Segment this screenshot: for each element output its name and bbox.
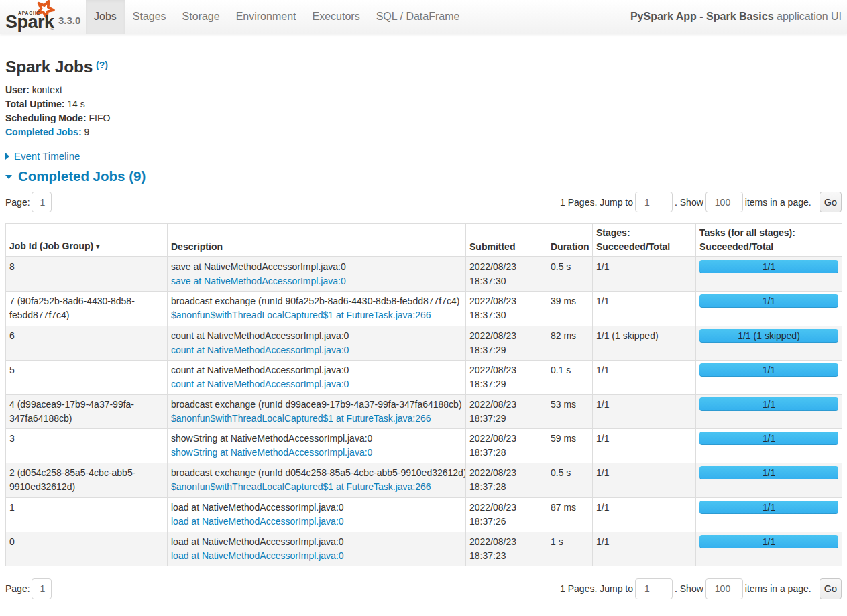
description-cell: count at NativeMethodAccessorImpl.java:0… <box>168 360 466 394</box>
stages-cell: 1/1 <box>593 257 696 292</box>
submitted-date: 2022/08/23 <box>469 397 543 412</box>
completed-jobs-link[interactable]: Completed Jobs: <box>5 127 82 137</box>
description-cell: save at NativeMethodAccessorImpl.java:0 … <box>168 257 466 292</box>
header-tasks[interactable]: Tasks (for all stages): Succeeded/Total <box>696 224 842 257</box>
job-row: 2 (d054c258-85a5-4cbc-abb5-9910ed32612d)… <box>6 463 842 497</box>
description-text: broadcast exchange (runId 90fa252b-8ad6-… <box>171 294 462 308</box>
tab-sql-dataframe[interactable]: SQL / DataFrame <box>368 0 468 34</box>
tasks-cell: 1/1 (1 skipped) <box>696 326 842 360</box>
job-row: 3 showString at NativeMethodAccessorImpl… <box>6 429 842 463</box>
header-stages[interactable]: Stages: Succeeded/Total <box>593 224 696 257</box>
header-job-id[interactable]: Job Id (Job Group)▾ <box>6 224 168 257</box>
tab-environment[interactable]: Environment <box>228 0 304 34</box>
job-row: 4 (d99acea9-17b9-4a37-99fa-347fa64188cb)… <box>6 394 842 428</box>
tasks-cell: 1/1 <box>696 429 842 463</box>
items-per-page-input-bottom[interactable] <box>705 578 743 599</box>
page-number-input[interactable] <box>32 192 52 212</box>
page-number-input-bottom[interactable] <box>32 578 52 599</box>
duration-cell: 1 s <box>547 532 593 566</box>
description-link[interactable]: load at NativeMethodAccessorImpl.java:0 <box>171 550 344 561</box>
go-button-bottom[interactable]: Go <box>820 578 842 599</box>
job-row: 6 count at NativeMethodAccessorImpl.java… <box>6 326 842 360</box>
go-button[interactable]: Go <box>820 192 842 212</box>
description-cell: broadcast exchange (runId d054c258-85a5-… <box>168 463 466 497</box>
task-progress-bar: 1/1 <box>699 260 838 273</box>
jump-to-page-input-bottom[interactable] <box>635 578 673 599</box>
spark-brand[interactable]: APACHE Spark ™ 3.3.0 <box>0 0 86 34</box>
summary-user: User: kontext <box>5 83 842 97</box>
event-timeline-link[interactable]: Event Timeline <box>14 150 80 162</box>
page-jump-control-bottom: 1 Pages. Jump to . Show items in a page.… <box>560 578 842 599</box>
spark-wordmark: Spark <box>5 12 55 32</box>
items-per-page-label: items in a page. <box>745 197 811 208</box>
tab-stages[interactable]: Stages <box>125 0 174 34</box>
tasks-cell: 1/1 <box>696 497 842 532</box>
header-duration[interactable]: Duration <box>547 224 593 257</box>
submitted-cell: 2022/08/23 18:37:26 <box>466 497 547 532</box>
jump-to-page-input[interactable] <box>635 192 673 212</box>
duration-cell: 82 ms <box>547 326 593 360</box>
job-row: 5 count at NativeMethodAccessorImpl.java… <box>6 360 842 394</box>
help-link[interactable]: (?) <box>96 60 108 70</box>
submitted-date: 2022/08/23 <box>469 501 543 515</box>
submitted-cell: 2022/08/23 18:37:28 <box>466 429 547 463</box>
task-progress-bar: 1/1 <box>699 363 838 377</box>
submitted-cell: 2022/08/23 18:37:30 <box>466 292 547 326</box>
job-id-cell: 0 <box>6 532 168 566</box>
job-id-cell: 1 <box>6 497 168 532</box>
pagination-top: Page: 1 Pages. Jump to . Show items in a… <box>5 192 842 212</box>
job-summary-list: User: kontext Total Uptime: 14 s Schedul… <box>5 83 842 139</box>
description-link[interactable]: $anonfun$withThreadLocalCaptured$1 at Fu… <box>171 481 431 492</box>
completed-jobs-table: Job Id (Job Group)▾ Description Submitte… <box>5 223 842 566</box>
description-cell: showString at NativeMethodAccessorImpl.j… <box>168 429 466 463</box>
description-link[interactable]: count at NativeMethodAccessorImpl.java:0 <box>171 379 349 389</box>
job-id-cell: 8 <box>6 257 168 292</box>
duration-cell: 59 ms <box>547 429 593 463</box>
items-per-page-input[interactable] <box>705 192 743 212</box>
task-progress-bar: 1/1 <box>699 501 838 514</box>
tab-storage[interactable]: Storage <box>174 0 228 34</box>
task-progress-bar: 1/1 (1 skipped) <box>699 329 838 343</box>
trademark-symbol: ™ <box>50 27 54 32</box>
submitted-time: 18:37:30 <box>469 308 543 322</box>
page-label-bottom: Page: <box>5 583 30 594</box>
page-number-control: Page: <box>5 192 52 212</box>
description-link[interactable]: $anonfun$withThreadLocalCaptured$1 at Fu… <box>171 310 431 320</box>
task-progress-bar: 1/1 <box>699 397 838 411</box>
tasks-cell: 1/1 <box>696 394 842 428</box>
completed-jobs-heading[interactable]: Completed Jobs (9) <box>5 168 842 184</box>
tab-jobs[interactable]: Jobs <box>86 0 125 34</box>
stages-cell: 1/1 <box>593 360 696 394</box>
page-label: Page: <box>5 197 30 208</box>
description-text: showString at NativeMethodAccessorImpl.j… <box>171 432 462 446</box>
description-link[interactable]: showString at NativeMethodAccessorImpl.j… <box>171 447 372 458</box>
job-id-cell: 4 (d99acea9-17b9-4a37-99fa-347fa64188cb) <box>6 394 168 428</box>
duration-cell: 39 ms <box>547 292 593 326</box>
submitted-date: 2022/08/23 <box>469 466 543 480</box>
navbar: APACHE Spark ™ 3.3.0 Jobs Stages Storage… <box>0 0 847 34</box>
summary-scheduling-mode: Scheduling Mode: FIFO <box>5 111 842 125</box>
event-timeline-toggle[interactable]: Event Timeline <box>5 149 842 164</box>
job-id-cell: 6 <box>6 326 168 360</box>
tab-executors[interactable]: Executors <box>304 0 368 34</box>
description-link[interactable]: $anonfun$withThreadLocalCaptured$1 at Fu… <box>171 413 431 424</box>
submitted-cell: 2022/08/23 18:37:23 <box>466 532 547 566</box>
stages-cell: 1/1 <box>593 394 696 428</box>
job-id-cell: 7 (90fa252b-8ad6-4430-8d58-fe5dd877f7c4) <box>6 292 168 326</box>
description-link[interactable]: save at NativeMethodAccessorImpl.java:0 <box>171 275 346 286</box>
submitted-time: 18:37:29 <box>469 412 543 426</box>
submitted-time: 18:37:26 <box>469 515 543 529</box>
application-ui-suffix: application UI <box>774 11 842 22</box>
description-link[interactable]: count at NativeMethodAccessorImpl.java:0 <box>171 345 349 355</box>
submitted-time: 18:37:28 <box>469 446 543 460</box>
page-number-control-bottom: Page: <box>5 578 52 599</box>
page-jump-control: 1 Pages. Jump to . Show items in a page.… <box>560 192 842 212</box>
tasks-cell: 1/1 <box>696 292 842 326</box>
header-description[interactable]: Description <box>168 224 466 257</box>
description-text: broadcast exchange (runId d99acea9-17b9-… <box>171 397 462 412</box>
header-submitted[interactable]: Submitted <box>466 224 547 257</box>
duration-cell: 0.1 s <box>547 360 593 394</box>
duration-cell: 0.5 s <box>547 463 593 497</box>
description-link[interactable]: load at NativeMethodAccessorImpl.java:0 <box>171 516 344 527</box>
show-label-bottom: . Show <box>675 583 703 594</box>
